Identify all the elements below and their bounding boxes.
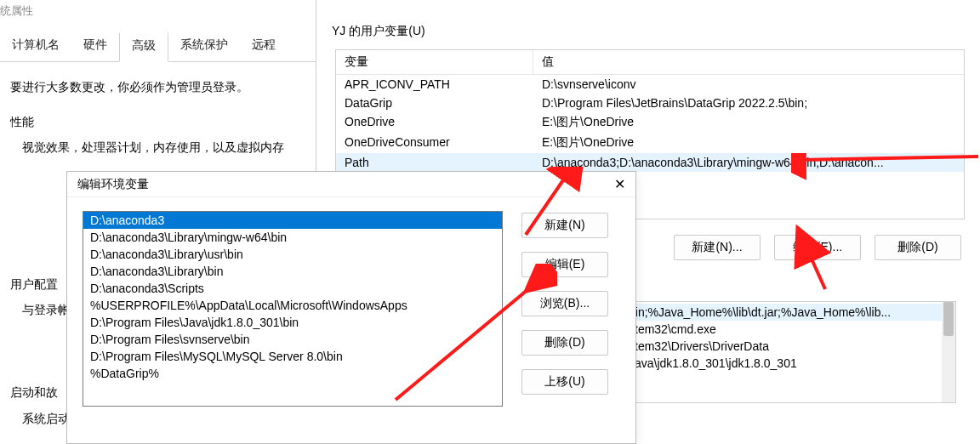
edit-button[interactable]: 编辑(E) xyxy=(521,252,608,277)
tab-hardware[interactable]: 硬件 xyxy=(71,32,119,61)
cell-var: OneDriveConsumer xyxy=(336,134,533,151)
edit-dialog-buttons: 新建(N) 编辑(E) 浏览(B)... 删除(D) 上移(U) xyxy=(521,211,608,443)
dialog-title: 编辑环境变量 xyxy=(77,177,149,192)
table-row[interactable]: OneDriveConsumerE:\图片\OneDrive xyxy=(336,133,964,153)
tab-remote[interactable]: 远程 xyxy=(240,32,288,61)
table-row[interactable]: OneDriveE:\图片\OneDrive xyxy=(336,112,964,133)
list-item[interactable]: D:\anaconda3\Scripts xyxy=(83,280,502,297)
edit-env-var-dialog: 编辑环境变量 ✕ D:\anaconda3D:\anaconda3\Librar… xyxy=(66,171,636,444)
scrollbar-thumb[interactable] xyxy=(943,302,954,336)
list-item[interactable]: D:\Program Files\svnserve\bin xyxy=(83,331,502,348)
table-row[interactable]: Java\jdk1.8.0_301\jdk1.8.0_301 xyxy=(625,355,950,372)
list-item[interactable]: D:\anaconda3\Library\mingw-w64\bin xyxy=(83,229,502,246)
cell-val: E:\图片\OneDrive xyxy=(533,134,964,151)
tab-sysprotect[interactable]: 系统保护 xyxy=(168,32,240,61)
delete-button[interactable]: 删除(D) xyxy=(521,330,608,356)
cell-val: D:\svnserve\iconv xyxy=(533,77,964,92)
moveup-button[interactable]: 上移(U) xyxy=(521,369,608,395)
tab-advanced[interactable]: 高级 xyxy=(119,33,168,62)
browse-button[interactable]: 浏览(B)... xyxy=(521,291,608,316)
list-item[interactable]: %USERPROFILE%\AppData\Local\Microsoft\Wi… xyxy=(83,297,502,314)
path-list[interactable]: D:\anaconda3D:\anaconda3\Library\mingw-w… xyxy=(83,211,503,407)
cell-val: D:\anaconda3;D:\anaconda3\Library\mingw-… xyxy=(533,155,964,170)
table-row[interactable]: APR_ICONV_PATHD:\svnserve\iconv xyxy=(336,75,964,94)
cell-val: D:\Program Files\JetBrains\DataGrip 2022… xyxy=(533,95,964,111)
cell-var: OneDrive xyxy=(336,114,533,131)
col-var[interactable]: 变量 xyxy=(336,50,533,74)
cell-var: Path xyxy=(336,155,533,170)
new-button[interactable]: 新建(N)... xyxy=(674,235,761,260)
table-row[interactable]: stem32\cmd.exe xyxy=(625,321,950,338)
list-item[interactable]: D:\Program Files\MySQL\MySQL Server 8.0\… xyxy=(83,348,502,365)
perf-group-label: 性能 xyxy=(10,111,307,134)
scrollbar[interactable] xyxy=(942,302,955,402)
list-item[interactable]: D:\anaconda3\Library\bin xyxy=(83,263,502,280)
edit-button[interactable]: 编辑(E)... xyxy=(774,235,861,260)
list-item[interactable]: %DataGrip% xyxy=(83,365,502,382)
cell-var: DataGrip xyxy=(336,95,533,111)
new-button[interactable]: 新建(N) xyxy=(521,213,608,238)
table-row[interactable]: PathD:\anaconda3;D:\anaconda3\Library\mi… xyxy=(336,153,964,172)
user-vars-label: YJ 的用户变量(U) xyxy=(325,0,973,46)
list-item[interactable]: D:\Program Files\Java\jdk1.8.0_301\bin xyxy=(83,314,502,331)
delete-button[interactable]: 删除(D) xyxy=(875,235,961,260)
cell-var: APR_ICONV_PATH xyxy=(336,77,533,92)
close-icon[interactable]: ✕ xyxy=(614,178,625,191)
list-item[interactable]: D:\anaconda3 xyxy=(83,212,502,229)
list-item[interactable]: D:\anaconda3\Library\usr\bin xyxy=(83,246,502,263)
table-row[interactable]: DataGripD:\Program Files\JetBrains\DataG… xyxy=(336,94,964,112)
sysprops-tabs: 计算机名 硬件 高级 系统保护 远程 xyxy=(0,32,316,62)
table-row[interactable]: bin;%Java_Home%\lib\dt.jar;%Java_Home%\l… xyxy=(625,304,950,321)
titlebar: 编辑环境变量 ✕ xyxy=(67,172,635,197)
perf-desc: 视觉效果，处理器计划，内存使用，以及虚拟内存 xyxy=(10,136,307,159)
sysprops-title: 统属性 xyxy=(0,0,316,26)
cell-val: E:\图片\OneDrive xyxy=(533,114,964,131)
admin-note: 要进行大多数更改，你必须作为管理员登录。 xyxy=(10,76,307,99)
tab-computername[interactable]: 计算机名 xyxy=(0,32,71,61)
table-header: 变量 值 xyxy=(336,50,964,75)
col-val[interactable]: 值 xyxy=(533,50,964,74)
table-row[interactable]: stem32\Drivers\DriverData xyxy=(625,338,950,355)
